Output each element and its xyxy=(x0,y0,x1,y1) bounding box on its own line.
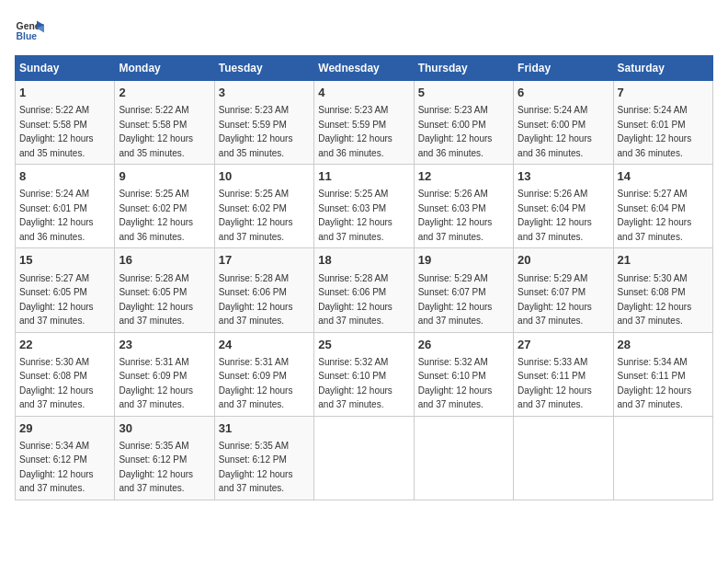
day-number: 15 xyxy=(19,252,110,269)
calendar-cell: 29Sunrise: 5:34 AMSunset: 6:12 PMDayligh… xyxy=(16,416,115,500)
day-info: Sunrise: 5:35 AMSunset: 6:12 PMDaylight:… xyxy=(119,441,193,494)
day-number: 21 xyxy=(618,252,709,269)
calendar-cell: 23Sunrise: 5:31 AMSunset: 6:09 PMDayligh… xyxy=(115,332,214,416)
calendar-cell xyxy=(314,416,414,500)
day-number: 6 xyxy=(518,85,609,101)
day-number: 31 xyxy=(219,420,310,437)
day-info: Sunrise: 5:31 AMSunset: 6:09 PMDaylight:… xyxy=(119,357,193,410)
calendar-cell: 18Sunrise: 5:28 AMSunset: 6:06 PMDayligh… xyxy=(314,248,414,332)
day-info: Sunrise: 5:23 AMSunset: 5:59 PMDaylight:… xyxy=(219,105,293,158)
calendar-cell: 7Sunrise: 5:24 AMSunset: 6:01 PMDaylight… xyxy=(613,81,712,165)
day-info: Sunrise: 5:25 AMSunset: 6:02 PMDaylight:… xyxy=(219,189,293,242)
day-info: Sunrise: 5:23 AMSunset: 6:00 PMDaylight:… xyxy=(418,105,493,158)
header-tuesday: Tuesday xyxy=(214,56,313,81)
page-header: General Blue xyxy=(15,15,713,44)
day-number: 9 xyxy=(119,168,210,185)
calendar-cell: 17Sunrise: 5:28 AMSunset: 6:06 PMDayligh… xyxy=(214,248,313,332)
calendar-cell: 2Sunrise: 5:22 AMSunset: 5:58 PMDaylight… xyxy=(115,81,214,165)
calendar-cell: 6Sunrise: 5:24 AMSunset: 6:00 PMDaylight… xyxy=(514,81,613,165)
day-number: 11 xyxy=(318,168,409,185)
calendar-table: SundayMondayTuesdayWednesdayThursdayFrid… xyxy=(15,55,713,500)
day-info: Sunrise: 5:24 AMSunset: 6:00 PMDaylight:… xyxy=(518,105,592,158)
day-info: Sunrise: 5:28 AMSunset: 6:06 PMDaylight:… xyxy=(318,273,392,327)
day-info: Sunrise: 5:25 AMSunset: 6:02 PMDaylight:… xyxy=(119,189,193,242)
day-number: 19 xyxy=(418,252,509,269)
day-number: 3 xyxy=(219,85,310,101)
day-info: Sunrise: 5:28 AMSunset: 6:05 PMDaylight:… xyxy=(119,273,193,327)
calendar-cell: 1Sunrise: 5:22 AMSunset: 5:58 PMDaylight… xyxy=(16,81,115,165)
day-info: Sunrise: 5:34 AMSunset: 6:11 PMDaylight:… xyxy=(618,357,692,410)
header-thursday: Thursday xyxy=(414,56,513,81)
day-number: 29 xyxy=(19,420,110,437)
header-saturday: Saturday xyxy=(613,56,712,81)
day-info: Sunrise: 5:32 AMSunset: 6:10 PMDaylight:… xyxy=(418,357,493,410)
calendar-cell: 24Sunrise: 5:31 AMSunset: 6:09 PMDayligh… xyxy=(214,332,313,416)
day-number: 18 xyxy=(318,252,409,269)
calendar-cell: 15Sunrise: 5:27 AMSunset: 6:05 PMDayligh… xyxy=(16,248,115,332)
day-number: 13 xyxy=(518,168,609,185)
day-number: 1 xyxy=(19,85,110,101)
day-number: 7 xyxy=(618,85,709,101)
calendar-cell xyxy=(414,416,513,500)
day-number: 14 xyxy=(618,168,709,185)
day-info: Sunrise: 5:26 AMSunset: 6:04 PMDaylight:… xyxy=(518,189,592,242)
calendar-cell: 4Sunrise: 5:23 AMSunset: 5:59 PMDaylight… xyxy=(314,81,414,165)
day-number: 23 xyxy=(119,337,210,353)
calendar-cell: 22Sunrise: 5:30 AMSunset: 6:08 PMDayligh… xyxy=(16,332,115,416)
calendar-cell: 13Sunrise: 5:26 AMSunset: 6:04 PMDayligh… xyxy=(514,165,613,248)
logo-icon: General Blue xyxy=(15,15,44,44)
header-wednesday: Wednesday xyxy=(314,56,414,81)
day-number: 26 xyxy=(418,337,509,353)
day-number: 28 xyxy=(618,337,709,353)
day-number: 24 xyxy=(219,337,310,353)
calendar-cell: 14Sunrise: 5:27 AMSunset: 6:04 PMDayligh… xyxy=(613,165,712,248)
day-info: Sunrise: 5:32 AMSunset: 6:10 PMDaylight:… xyxy=(318,357,392,410)
day-info: Sunrise: 5:24 AMSunset: 6:01 PMDaylight:… xyxy=(19,189,94,242)
calendar-week-row: 8Sunrise: 5:24 AMSunset: 6:01 PMDaylight… xyxy=(16,165,713,248)
day-info: Sunrise: 5:35 AMSunset: 6:12 PMDaylight:… xyxy=(219,441,293,494)
calendar-cell: 12Sunrise: 5:26 AMSunset: 6:03 PMDayligh… xyxy=(414,165,513,248)
calendar-cell: 26Sunrise: 5:32 AMSunset: 6:10 PMDayligh… xyxy=(414,332,513,416)
calendar-cell: 5Sunrise: 5:23 AMSunset: 6:00 PMDaylight… xyxy=(414,81,513,165)
day-info: Sunrise: 5:24 AMSunset: 6:01 PMDaylight:… xyxy=(618,105,692,158)
calendar-cell: 11Sunrise: 5:25 AMSunset: 6:03 PMDayligh… xyxy=(314,165,414,248)
day-info: Sunrise: 5:26 AMSunset: 6:03 PMDaylight:… xyxy=(418,189,493,242)
calendar-header-row: SundayMondayTuesdayWednesdayThursdayFrid… xyxy=(16,56,713,81)
calendar-cell: 30Sunrise: 5:35 AMSunset: 6:12 PMDayligh… xyxy=(115,416,214,500)
day-number: 22 xyxy=(19,337,110,353)
day-number: 27 xyxy=(518,337,609,353)
calendar-cell: 21Sunrise: 5:30 AMSunset: 6:08 PMDayligh… xyxy=(613,248,712,332)
day-number: 5 xyxy=(418,85,509,101)
svg-text:Blue: Blue xyxy=(17,31,38,41)
day-info: Sunrise: 5:29 AMSunset: 6:07 PMDaylight:… xyxy=(518,273,592,327)
day-info: Sunrise: 5:23 AMSunset: 5:59 PMDaylight:… xyxy=(318,105,392,158)
calendar-week-row: 15Sunrise: 5:27 AMSunset: 6:05 PMDayligh… xyxy=(16,248,713,332)
day-number: 8 xyxy=(19,168,110,185)
calendar-week-row: 29Sunrise: 5:34 AMSunset: 6:12 PMDayligh… xyxy=(16,416,713,500)
calendar-cell: 8Sunrise: 5:24 AMSunset: 6:01 PMDaylight… xyxy=(16,165,115,248)
calendar-cell: 31Sunrise: 5:35 AMSunset: 6:12 PMDayligh… xyxy=(214,416,313,500)
day-info: Sunrise: 5:28 AMSunset: 6:06 PMDaylight:… xyxy=(219,273,293,327)
calendar-cell xyxy=(613,416,712,500)
day-number: 12 xyxy=(418,168,509,185)
day-info: Sunrise: 5:29 AMSunset: 6:07 PMDaylight:… xyxy=(418,273,493,327)
header-friday: Friday xyxy=(514,56,613,81)
day-info: Sunrise: 5:27 AMSunset: 6:04 PMDaylight:… xyxy=(618,189,692,242)
logo: General Blue xyxy=(15,15,44,44)
day-number: 16 xyxy=(119,252,210,269)
day-info: Sunrise: 5:22 AMSunset: 5:58 PMDaylight:… xyxy=(119,105,193,158)
day-info: Sunrise: 5:30 AMSunset: 6:08 PMDaylight:… xyxy=(618,273,692,327)
calendar-cell: 27Sunrise: 5:33 AMSunset: 6:11 PMDayligh… xyxy=(514,332,613,416)
day-number: 25 xyxy=(318,337,409,353)
calendar-cell: 9Sunrise: 5:25 AMSunset: 6:02 PMDaylight… xyxy=(115,165,214,248)
header-sunday: Sunday xyxy=(16,56,115,81)
day-info: Sunrise: 5:33 AMSunset: 6:11 PMDaylight:… xyxy=(518,357,592,410)
day-info: Sunrise: 5:22 AMSunset: 5:58 PMDaylight:… xyxy=(19,105,94,158)
calendar-cell xyxy=(514,416,613,500)
calendar-cell: 20Sunrise: 5:29 AMSunset: 6:07 PMDayligh… xyxy=(514,248,613,332)
day-info: Sunrise: 5:25 AMSunset: 6:03 PMDaylight:… xyxy=(318,189,392,242)
day-info: Sunrise: 5:30 AMSunset: 6:08 PMDaylight:… xyxy=(19,357,94,410)
day-number: 2 xyxy=(119,85,210,101)
day-number: 30 xyxy=(119,420,210,437)
day-number: 17 xyxy=(219,252,310,269)
